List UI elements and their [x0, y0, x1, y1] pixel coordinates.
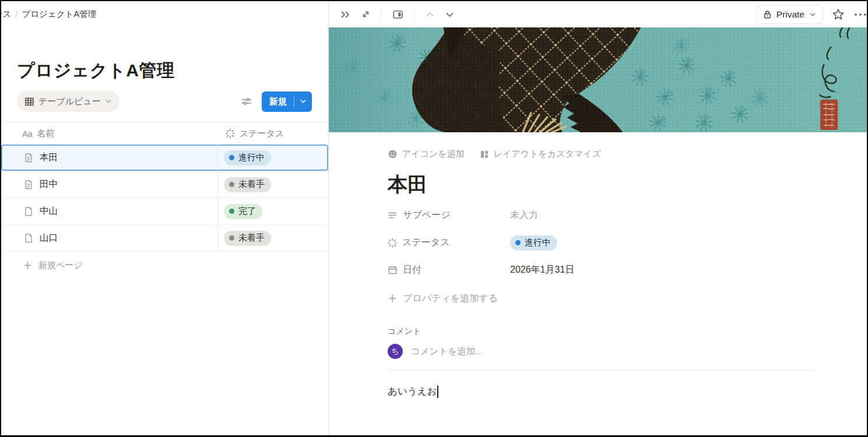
- page-document-icon: [23, 153, 34, 163]
- page-blank-icon: [23, 206, 34, 217]
- status-tag[interactable]: 進行中: [224, 150, 271, 165]
- expand-page-icon[interactable]: [360, 8, 372, 20]
- status-label: 進行中: [238, 152, 265, 163]
- plus-icon: [23, 261, 32, 270]
- status-cell[interactable]: 進行中: [218, 145, 328, 171]
- property-label-status[interactable]: ステータス: [388, 237, 510, 249]
- favorite-star-icon[interactable]: [832, 8, 845, 21]
- status-tag[interactable]: 未着手: [224, 177, 271, 192]
- new-page-label: 新規ページ: [38, 260, 83, 271]
- property-label-subpage[interactable]: サブページ: [388, 209, 510, 221]
- next-page-icon[interactable]: [444, 9, 456, 20]
- comments-heading: コメント: [388, 326, 814, 337]
- notion-window: ース / プロジェクトA管理 プロジェクトA管理 テーブルビュー 新規: [0, 0, 868, 437]
- status-dot: [229, 182, 234, 187]
- name-cell[interactable]: 本田: [1, 145, 218, 171]
- name-cell[interactable]: 中山: [1, 198, 218, 224]
- status-label: 未着手: [238, 232, 265, 244]
- page-blank-icon: [23, 233, 34, 244]
- status-tag[interactable]: 進行中: [510, 235, 557, 251]
- page-peek-panel: Private: [328, 1, 867, 435]
- property-row-date: 日付 2026年1月31日: [388, 256, 814, 284]
- smiley-icon: [388, 149, 398, 159]
- property-value-date[interactable]: 2026年1月31日: [510, 264, 574, 276]
- status-tag[interactable]: 完了: [224, 204, 262, 219]
- add-icon-label: アイコンを追加: [402, 149, 465, 160]
- side-peek-icon[interactable]: [391, 8, 405, 21]
- status-label: 完了: [238, 206, 256, 217]
- table-row[interactable]: 本田 進行中: [1, 145, 328, 171]
- customize-layout-label: レイアウトをカスタマイズ: [494, 149, 601, 160]
- status-dot: [229, 155, 234, 160]
- breadcrumb-item-workspace[interactable]: ース: [1, 9, 11, 20]
- column-header-status[interactable]: ステータス: [218, 128, 328, 139]
- status-dot: [229, 235, 234, 241]
- page-cover-koi-artwork[interactable]: [329, 27, 867, 132]
- database-panel: ース / プロジェクトA管理 プロジェクトA管理 テーブルビュー 新規: [1, 1, 328, 435]
- name-cell[interactable]: 田中: [1, 171, 218, 198]
- property-list: サブページ 未入力 ステータス 進行中: [388, 202, 814, 284]
- table-view-label: テーブルビュー: [38, 96, 101, 107]
- status-tag[interactable]: 未着手: [224, 231, 271, 246]
- status-label: 未着手: [238, 179, 265, 190]
- status-label: 進行中: [525, 237, 551, 248]
- new-button-dropdown[interactable]: [294, 98, 312, 105]
- chevron-down-icon: [105, 98, 112, 105]
- privacy-label: Private: [776, 9, 804, 20]
- content-divider: [388, 370, 814, 371]
- layout-icon: [480, 150, 489, 159]
- column-header-name[interactable]: Aa 名前: [1, 128, 218, 139]
- property-value-subpage[interactable]: 未入力: [510, 209, 538, 221]
- new-button[interactable]: 新規: [262, 91, 312, 112]
- page-name: 本田: [40, 151, 58, 164]
- breadcrumb: ース / プロジェクトA管理: [1, 9, 328, 20]
- database-table: Aa 名前 ステータス 本田 進行中: [1, 122, 328, 279]
- page-name: 田中: [40, 178, 58, 191]
- customize-layout-button[interactable]: レイアウトをカスタマイズ: [480, 149, 601, 160]
- name-cell[interactable]: 山口: [1, 225, 218, 251]
- body-text: あいうえお: [388, 385, 437, 398]
- status-cell[interactable]: 未着手: [218, 171, 328, 198]
- plus-icon: [388, 294, 397, 303]
- property-value-status[interactable]: 進行中: [510, 235, 557, 251]
- table-view-tab[interactable]: テーブルビュー: [17, 91, 120, 112]
- toolbar-divider: [414, 9, 414, 20]
- add-property-button[interactable]: プロパティを追加する: [388, 286, 814, 311]
- breadcrumb-item-current[interactable]: プロジェクトA管理: [22, 9, 96, 20]
- page-title[interactable]: 本田: [388, 171, 814, 197]
- status-property-icon: [388, 238, 397, 248]
- view-options-icon[interactable]: [241, 97, 252, 106]
- comment-input[interactable]: ち コメントを追加...: [388, 344, 814, 359]
- add-icon-button[interactable]: アイコンを追加: [388, 149, 465, 160]
- user-avatar: ち: [388, 344, 403, 359]
- page-document-icon: [23, 179, 34, 190]
- table-row[interactable]: 田中 未着手: [1, 171, 328, 198]
- page-name: 山口: [40, 232, 58, 244]
- list-icon: [388, 210, 398, 220]
- peek-content: アイコンを追加 レイアウトをカスタマイズ 本田 サブページ 未入力: [329, 132, 867, 435]
- new-page-button[interactable]: 新規ページ: [1, 252, 328, 279]
- new-button-label: 新規: [269, 96, 287, 107]
- privacy-dropdown[interactable]: Private: [756, 5, 823, 24]
- property-name: サブページ: [403, 209, 451, 221]
- chevron-down-icon: [809, 11, 816, 18]
- comment-placeholder: コメントを追加...: [411, 346, 483, 358]
- more-options-icon[interactable]: [853, 9, 867, 20]
- column-name-label: 名前: [37, 128, 54, 139]
- text-cursor: [437, 386, 438, 398]
- status-cell[interactable]: 完了: [218, 198, 328, 224]
- table-row[interactable]: 中山 完了: [1, 198, 328, 225]
- status-dot: [229, 209, 234, 214]
- status-cell[interactable]: 未着手: [218, 225, 328, 251]
- previous-page-icon[interactable]: [424, 9, 436, 20]
- page-body-text[interactable]: あいうえお: [388, 385, 814, 398]
- toolbar-divider: [381, 9, 382, 20]
- database-title[interactable]: プロジェクトA管理: [17, 58, 328, 83]
- property-name: 日付: [403, 264, 421, 276]
- page-action-row: アイコンを追加 レイアウトをカスタマイズ: [388, 149, 814, 160]
- property-label-date[interactable]: 日付: [388, 264, 510, 276]
- column-status-label: ステータス: [240, 128, 284, 139]
- close-peek-icon[interactable]: [339, 8, 352, 21]
- peek-toolbar: Private: [329, 1, 867, 27]
- table-row[interactable]: 山口 未着手: [1, 225, 328, 252]
